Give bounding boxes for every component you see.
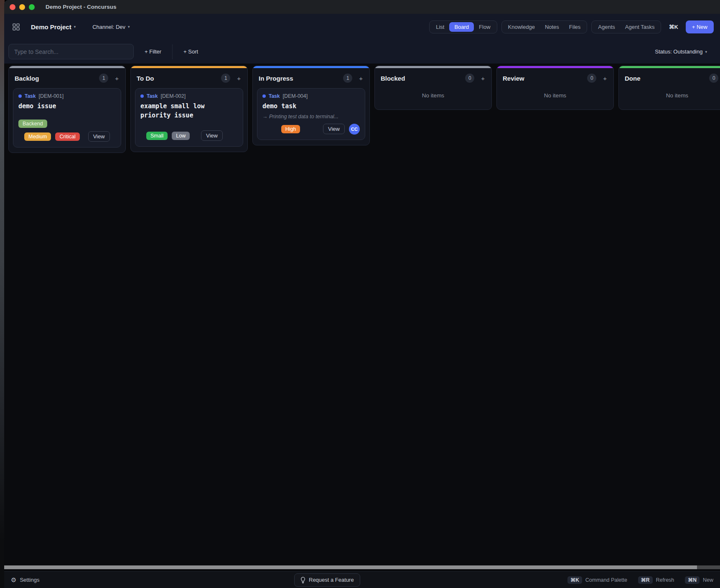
cards-container: Task [DEM-002] example small low priorit… (131, 87, 247, 152)
task-id: [DEM-004] (282, 93, 308, 99)
tab-flow[interactable]: Flow (474, 22, 495, 32)
column-title: Backlog (15, 75, 39, 82)
doc-tabs: Knowledge Notes Files (501, 20, 588, 33)
add-card-button[interactable]: + (358, 75, 364, 82)
task-title: example small low priority issue (140, 102, 238, 120)
tag-backend: Backend (18, 120, 47, 128)
refresh-shortcut[interactable]: ⌘R Refresh (638, 576, 674, 584)
view-button[interactable]: View (323, 124, 345, 134)
column-count-badge: 0 (709, 74, 718, 83)
kbd-cmd-r: ⌘R (638, 576, 653, 584)
card-type-row: Task [DEM-001] (18, 93, 116, 99)
card-type-row: Task [DEM-002] (140, 93, 238, 99)
request-feature-button[interactable]: Request a Feature (294, 573, 360, 587)
priority-pill-low: Low (172, 132, 190, 140)
command-palette-shortcut[interactable]: ⌘K Command Palette (567, 576, 627, 584)
kbd-cmd-n: ⌘N (685, 576, 700, 584)
task-type-label: Task (25, 93, 36, 99)
pill-row: Medium Critical View (18, 131, 116, 142)
chevron-down-icon: ▾ (128, 25, 130, 29)
task-title: demo task (262, 102, 360, 111)
tab-agents[interactable]: Agents (593, 22, 620, 32)
priority-pill-high: High (281, 125, 300, 133)
view-button[interactable]: View (201, 130, 223, 141)
task-type-label: Task (269, 93, 280, 99)
task-card[interactable]: Task [DEM-001] demo issue Backend Medium… (13, 88, 121, 148)
add-card-button[interactable]: + (236, 75, 242, 82)
new-shortcut[interactable]: ⌘N New (685, 576, 713, 584)
shortcut-label: Refresh (656, 577, 674, 583)
tab-notes[interactable]: Notes (540, 22, 564, 32)
tab-agent-tasks[interactable]: Agent Tasks (620, 22, 660, 32)
toolbar: + Filter + Sort Status: Outstanding ▾ (4, 40, 720, 64)
shortcut-label: New (703, 577, 713, 583)
traffic-light-close-icon[interactable] (10, 4, 15, 10)
task-type-dot-icon (262, 94, 266, 98)
column-title: Done (625, 75, 641, 82)
toolbar-divider (172, 44, 173, 59)
assignee-avatar[interactable]: CC (349, 124, 360, 135)
column-title: To Do (137, 75, 154, 82)
add-card-button[interactable]: + (480, 75, 486, 82)
column-header: To Do 1 + (131, 68, 247, 87)
column-blocked: Blocked 0 + No items (374, 66, 492, 110)
task-id: [DEM-002] (160, 93, 186, 99)
grid-icon[interactable] (13, 23, 20, 31)
column-header: Blocked 0 + (375, 68, 491, 87)
status-filter-label: Status: Outstanding (655, 48, 702, 55)
column-count-badge: 0 (465, 74, 474, 83)
status-filter-dropdown[interactable]: Status: Outstanding ▾ (655, 48, 707, 55)
traffic-light-zoom-icon[interactable] (29, 4, 35, 10)
pill-row: Small Low View (140, 130, 238, 141)
settings-label: Settings (20, 577, 39, 583)
priority-zone: High (262, 125, 319, 133)
task-card[interactable]: Task [DEM-002] example small low priorit… (135, 88, 243, 147)
task-card[interactable]: Task [DEM-004] demo task → Printing test… (257, 88, 365, 140)
tab-knowledge[interactable]: Knowledge (503, 22, 540, 32)
settings-button[interactable]: ⚙ Settings (11, 577, 39, 583)
column-header: Done 0 + (619, 68, 720, 87)
empty-column-message: No items (375, 87, 491, 109)
column-header: Review 0 + (497, 68, 613, 87)
gear-icon: ⚙ (11, 577, 16, 583)
macos-titlebar: Demo Project - Concursus (4, 0, 720, 14)
traffic-light-minimize-icon[interactable] (19, 4, 25, 10)
request-feature-label: Request a Feature (309, 577, 354, 583)
tab-list[interactable]: List (431, 22, 449, 32)
lightbulb-icon (300, 577, 305, 583)
agent-tabs: Agents Agent Tasks (591, 20, 661, 33)
new-button[interactable]: + New (686, 20, 714, 33)
horizontal-scrollbar-thumb[interactable] (4, 565, 697, 569)
column-count-badge: 1 (99, 74, 108, 83)
task-activity-note: → Printing test data to terminal... (262, 114, 360, 120)
column-title: In Progress (259, 75, 293, 82)
tab-board[interactable]: Board (449, 22, 474, 32)
add-card-button[interactable]: + (114, 75, 120, 82)
app-window: Demo Project - Concursus Demo Project ▾ … (4, 0, 720, 588)
filter-button[interactable]: + Filter (145, 48, 161, 55)
view-switcher: List Board Flow (429, 20, 497, 33)
status-bar: ⚙ Settings Request a Feature ⌘K Command … (4, 571, 720, 588)
tab-files[interactable]: Files (564, 22, 585, 32)
kanban-board: Backlog 1 + Task [DEM-001] demo issue Ba… (4, 64, 720, 565)
column-backlog: Backlog 1 + Task [DEM-001] demo issue Ba… (8, 66, 126, 153)
sort-button[interactable]: + Sort (183, 48, 198, 55)
cards-container: Task [DEM-001] demo issue Backend Medium… (9, 87, 125, 153)
view-button[interactable]: View (88, 131, 110, 142)
chevron-down-icon: ▾ (74, 25, 76, 29)
channel-switcher[interactable]: Channel: Dev (92, 24, 125, 30)
search-input[interactable] (8, 44, 134, 59)
task-type-dot-icon (18, 94, 22, 98)
column-in-progress: In Progress 1 + Task [DEM-004] demo task… (252, 66, 370, 145)
task-type-dot-icon (140, 94, 144, 98)
cards-container: Task [DEM-004] demo task → Printing test… (253, 87, 369, 145)
column-count-badge: 0 (587, 74, 596, 83)
command-palette-shortcut[interactable]: ⌘K (669, 24, 678, 30)
column-todo: To Do 1 + Task [DEM-002] example small l… (130, 66, 248, 152)
add-card-button[interactable]: + (602, 75, 608, 82)
horizontal-scrollbar-track[interactable] (4, 565, 720, 569)
size-pill-small: Small (146, 132, 168, 140)
header-controls: List Board Flow Knowledge Notes Files Ag… (429, 20, 714, 33)
empty-column-message: No items (619, 87, 720, 109)
project-switcher[interactable]: Demo Project (31, 23, 71, 31)
